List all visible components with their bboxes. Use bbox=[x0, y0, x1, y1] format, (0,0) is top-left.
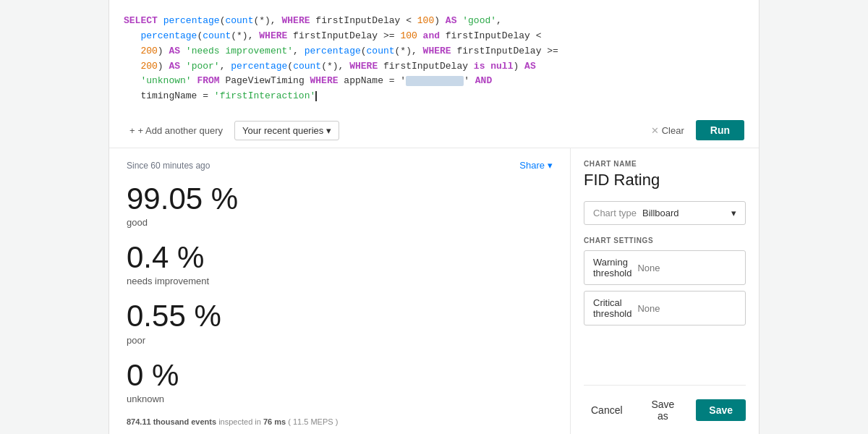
critical-threshold-label: Critical threshold bbox=[593, 297, 631, 319]
billboard-value-2: 0.55 % bbox=[127, 299, 553, 333]
chevron-down-icon: ▾ bbox=[326, 125, 331, 136]
redacted-app-name bbox=[406, 76, 464, 86]
billboard-item-1: 0.4 % needs improvement bbox=[127, 241, 553, 286]
chart-name-label: CHART NAME bbox=[584, 160, 746, 168]
query-toolbar: + + Add another query Your recent querie… bbox=[124, 113, 744, 148]
billboard-label-1: needs improvement bbox=[127, 276, 553, 286]
text-cursor bbox=[315, 91, 317, 101]
kw-select: SELECT bbox=[124, 15, 158, 26]
plus-icon: + bbox=[129, 125, 135, 136]
footer-meps: 11.5 MEPS bbox=[293, 417, 333, 426]
footer-events: 874.11 thousand events bbox=[127, 417, 216, 426]
billboard-value-0: 99.05 % bbox=[127, 182, 553, 216]
billboard-label-0: good bbox=[127, 217, 553, 228]
recent-queries-button[interactable]: Your recent queries ▾ bbox=[234, 121, 339, 140]
save-label: Save bbox=[709, 404, 733, 416]
run-label: Run bbox=[710, 124, 730, 136]
run-button[interactable]: Run bbox=[696, 120, 744, 140]
critical-threshold-field: Critical threshold bbox=[584, 291, 746, 326]
save-button[interactable]: Save bbox=[696, 399, 746, 421]
billboard-label-2: poor bbox=[127, 335, 553, 346]
warning-threshold-label: Warning threshold bbox=[593, 257, 631, 278]
billboard-value-3: 0 % bbox=[127, 359, 553, 392]
clear-label: Clear bbox=[662, 125, 684, 136]
add-query-button[interactable]: + + Add another query bbox=[124, 122, 229, 139]
share-label: Share bbox=[519, 160, 545, 171]
chart-settings-label: CHART SETTINGS bbox=[584, 237, 746, 244]
content-area: Since 60 minutes ago Share ▾ 99.05 % goo… bbox=[109, 148, 759, 434]
add-query-label: + Add another query bbox=[138, 125, 223, 136]
chart-type-dropdown[interactable]: Chart type Billboard ▾ bbox=[584, 201, 746, 225]
code-block: SELECT percentage(count(*), WHERE firstI… bbox=[124, 8, 744, 113]
query-editor: SELECT percentage(count(*), WHERE firstI… bbox=[109, 0, 759, 148]
chart-name-value: FID Rating bbox=[584, 171, 746, 190]
billboard-item-2: 0.55 % poor bbox=[127, 299, 553, 345]
settings-panel: CHART NAME FID Rating Chart type Billboa… bbox=[571, 148, 759, 434]
footer-time: 76 ms bbox=[263, 417, 286, 426]
warning-threshold-field: Warning threshold bbox=[584, 250, 746, 285]
chart-preview: Since 60 minutes ago Share ▾ 99.05 % goo… bbox=[109, 148, 571, 434]
billboard-item-0: 99.05 % good bbox=[127, 182, 553, 228]
fn-percentage-1: percentage bbox=[163, 15, 220, 26]
footer-inspected: inspected in bbox=[218, 417, 261, 426]
billboard-label-3: unknown bbox=[127, 393, 553, 404]
share-chevron-icon: ▾ bbox=[548, 160, 553, 171]
chart-footer: 874.11 thousand events inspected in 76 m… bbox=[127, 417, 553, 426]
billboard-value-1: 0.4 % bbox=[127, 241, 553, 274]
cancel-label: Cancel bbox=[591, 404, 623, 416]
warning-threshold-input[interactable] bbox=[637, 263, 759, 273]
cancel-button[interactable]: Cancel bbox=[584, 400, 630, 420]
share-button[interactable]: Share ▾ bbox=[519, 160, 553, 171]
save-as-button[interactable]: Save as bbox=[639, 394, 688, 426]
billboard-item-3: 0 % unknown bbox=[127, 359, 553, 404]
critical-threshold-input[interactable] bbox=[637, 303, 759, 314]
settings-spacer bbox=[584, 331, 746, 385]
chart-type-label: Chart type bbox=[593, 208, 637, 218]
main-container: SELECT percentage(count(*), WHERE firstI… bbox=[109, 0, 760, 434]
since-label: Since 60 minutes ago bbox=[127, 161, 210, 171]
footer-meps-wrapper: ( 11.5 MEPS ) bbox=[288, 417, 338, 426]
save-as-label: Save as bbox=[651, 399, 674, 422]
recent-queries-label: Your recent queries bbox=[242, 125, 323, 136]
chart-type-value: Billboard bbox=[642, 208, 679, 218]
clear-button[interactable]: ✕ Clear bbox=[645, 122, 690, 140]
chevron-down-icon: ▾ bbox=[731, 208, 736, 218]
clear-circle-icon: ✕ bbox=[651, 125, 659, 136]
settings-footer: Cancel Save as Save bbox=[584, 385, 746, 426]
chart-meta: Since 60 minutes ago Share ▾ bbox=[127, 160, 553, 171]
